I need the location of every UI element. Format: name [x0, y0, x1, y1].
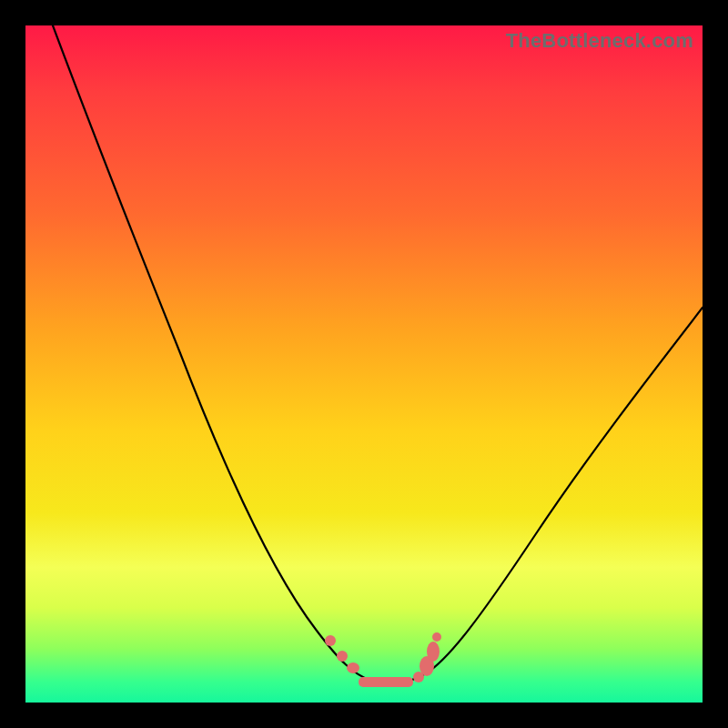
bottleneck-curve [53, 25, 703, 683]
svg-rect-3 [359, 677, 413, 687]
svg-point-1 [337, 651, 348, 662]
svg-point-6 [427, 642, 440, 662]
chart-frame: TheBottleneck.com [0, 0, 728, 728]
marker-cluster [325, 632, 441, 687]
plot-area: TheBottleneck.com [25, 25, 703, 703]
curve-layer [25, 25, 703, 703]
svg-point-2 [347, 662, 359, 673]
svg-point-7 [432, 632, 441, 642]
svg-point-0 [325, 635, 336, 646]
